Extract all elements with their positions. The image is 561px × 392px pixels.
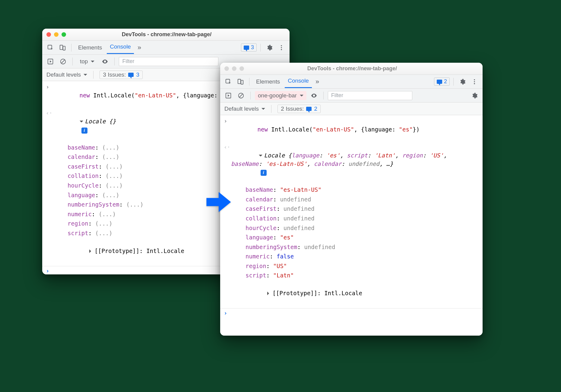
eye-icon[interactable] (100, 57, 110, 66)
kebab-icon[interactable] (469, 77, 480, 86)
divider (260, 44, 261, 52)
input-chevron-icon (46, 83, 52, 108)
divider (250, 92, 251, 100)
svg-point-13 (474, 81, 475, 82)
console-input-code: new Intl.Locale("en-Latn-US", {language: (52, 83, 217, 108)
prompt-chevron-icon: › (46, 267, 52, 274)
clear-console-icon[interactable] (58, 57, 68, 66)
svg-point-14 (474, 83, 475, 84)
console-prompt[interactable]: › (220, 308, 483, 318)
svg-point-12 (474, 79, 475, 80)
play-icon[interactable] (45, 57, 55, 66)
property-row[interactable]: numberingSystem: undefined (220, 242, 483, 252)
panel-tabs: Elements Console » 2 (220, 75, 483, 89)
console-input-code: new Intl.Locale("en-Latn-US", {language:… (230, 117, 420, 142)
issues-label: 3 Issues: (103, 71, 126, 78)
message-icon (306, 107, 312, 111)
svg-rect-11 (241, 80, 243, 84)
tab-console[interactable]: Console (107, 41, 134, 54)
console-output-header[interactable]: ‹· Locale {language: 'es', script: 'Latn… (220, 143, 483, 185)
tab-console[interactable]: Console (285, 75, 312, 88)
titlebar: DevTools - chrome://new-tab-page/ (42, 29, 290, 41)
gear-icon[interactable] (264, 43, 274, 52)
levels-label: Default levels (224, 106, 259, 112)
info-icon[interactable]: i (261, 170, 267, 176)
tab-elements[interactable]: Elements (253, 76, 283, 87)
divider (453, 78, 454, 86)
divider (71, 44, 71, 52)
device-toggle-icon[interactable] (57, 43, 68, 52)
property-row[interactable]: calendar: undefined (220, 195, 483, 204)
gear-icon[interactable] (457, 77, 468, 86)
object-summary[interactable]: Locale {language: 'es', script: 'Latn', … (230, 143, 462, 185)
issues-count: 2 (314, 106, 317, 112)
issues-label: 2 Issues: (281, 106, 304, 112)
output-arrow-icon: ‹· (46, 109, 52, 142)
messages-badge[interactable]: 2 (434, 77, 450, 86)
divider (93, 71, 94, 79)
expand-toggle-icon[interactable] (267, 289, 271, 298)
context-selector[interactable]: one-google-bar (255, 91, 306, 100)
message-icon (244, 46, 249, 50)
property-row[interactable]: caseFirst: undefined (220, 204, 483, 214)
console-input-row: new Intl.Locale("en-Latn-US", {language:… (220, 116, 483, 143)
svg-rect-1 (60, 45, 63, 49)
titlebar: DevTools - chrome://new-tab-page/ (220, 63, 483, 75)
divider (72, 58, 73, 65)
eye-icon[interactable] (309, 91, 319, 100)
issues-pill[interactable]: 2 Issues: 2 (277, 105, 321, 113)
divider (249, 78, 249, 86)
output-arrow-icon: ‹· (224, 143, 230, 151)
tab-elements[interactable]: Elements (75, 42, 105, 53)
expand-toggle-icon[interactable] (259, 151, 262, 160)
context-label: top (80, 58, 88, 65)
issues-count: 3 (136, 71, 139, 78)
prototype-row[interactable]: [[Prototype]]: Intl.Locale (220, 280, 483, 307)
messages-count: 3 (251, 44, 254, 51)
filter-input[interactable] (328, 91, 412, 100)
property-row[interactable]: language: "es" (220, 233, 483, 242)
messages-badge[interactable]: 3 (241, 43, 257, 52)
device-toggle-icon[interactable] (235, 77, 246, 86)
message-icon (128, 73, 134, 77)
kebab-icon[interactable] (276, 43, 287, 52)
property-row[interactable]: baseName: "es-Latn-US" (220, 185, 483, 195)
levels-label: Default levels (46, 71, 81, 78)
console-body[interactable]: new Intl.Locale("en-Latn-US", {language:… (220, 115, 483, 336)
svg-point-3 (281, 45, 282, 46)
levels-dropdown[interactable]: Default levels (46, 71, 87, 78)
gear-icon[interactable] (469, 91, 480, 100)
message-icon (437, 80, 442, 84)
more-tabs-icon[interactable]: » (314, 77, 321, 87)
expand-toggle-icon[interactable] (80, 117, 83, 126)
window-title: DevTools - chrome://new-tab-page/ (48, 31, 285, 38)
inspect-icon[interactable] (45, 43, 55, 52)
context-selector[interactable]: top (77, 57, 97, 66)
property-row[interactable]: script: "Latn" (220, 271, 483, 280)
panel-tabs: Elements Console » 3 (42, 41, 290, 55)
more-tabs-icon[interactable]: » (136, 43, 143, 53)
transition-arrow-icon (205, 188, 232, 216)
property-row[interactable]: collation: undefined (220, 214, 483, 223)
property-row[interactable]: numeric: false (220, 252, 483, 261)
play-icon[interactable] (223, 91, 233, 100)
prompt-chevron-icon: › (224, 309, 230, 318)
input-chevron-icon (224, 117, 230, 142)
divider (323, 92, 324, 100)
svg-line-17 (239, 94, 243, 97)
property-row[interactable]: region: "US" (220, 261, 483, 271)
window-title: DevTools - chrome://new-tab-page/ (226, 65, 478, 72)
info-icon[interactable]: i (81, 128, 87, 134)
object-header[interactable]: Locale {} i (52, 109, 116, 142)
issues-pill[interactable]: 3 Issues: 3 (100, 71, 143, 79)
object-properties: baseName: "es-Latn-US"calendar: undefine… (220, 185, 483, 280)
filter-input[interactable] (119, 57, 218, 66)
expand-toggle-icon[interactable] (89, 247, 93, 255)
property-row[interactable]: hourCycle: undefined (220, 223, 483, 233)
inspect-icon[interactable] (223, 77, 233, 86)
devtools-window-right: DevTools - chrome://new-tab-page/ Elemen… (220, 63, 483, 336)
clear-console-icon[interactable] (236, 91, 246, 100)
levels-dropdown[interactable]: Default levels (224, 106, 265, 112)
divider (271, 105, 271, 113)
svg-line-8 (62, 60, 65, 63)
